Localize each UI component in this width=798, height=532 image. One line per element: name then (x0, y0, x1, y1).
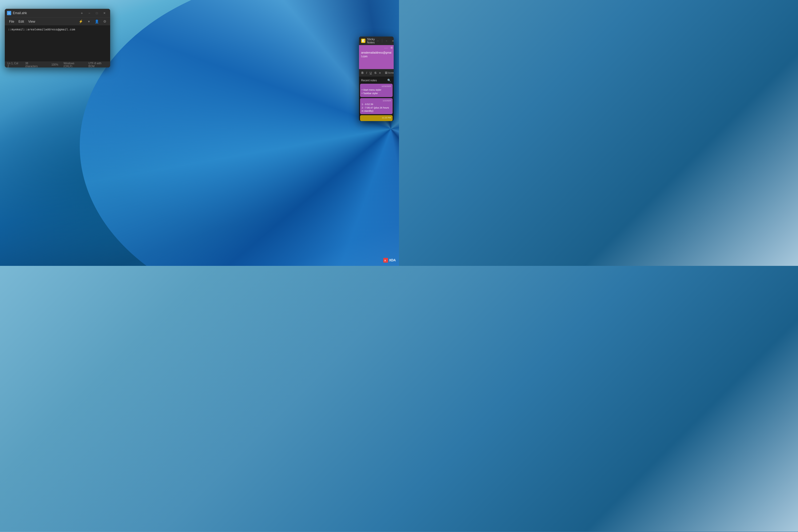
notepad-run-icon[interactable]: ⚡ (78, 18, 84, 25)
xda-svg: X (384, 259, 387, 262)
notepad-app-icon (7, 11, 11, 15)
notepad-view-menu[interactable]: View (26, 19, 37, 24)
notepad-edit-menu[interactable]: Edit (16, 19, 26, 24)
sticky-notes-app-icon (361, 39, 365, 43)
note-options-button[interactable]: ··· (384, 46, 388, 50)
notepad-cursor-position: Ln 1, Col 2 (7, 62, 20, 68)
svg-text:X: X (384, 259, 386, 262)
notepad-menubar: File Edit View ⚡ ▾ 👤 ⚙ (5, 17, 110, 25)
notepad-add-tab[interactable]: + (79, 11, 84, 16)
sticky-minimize-button[interactable]: − (383, 38, 390, 44)
note-date-2: 1/2/2025 (362, 99, 391, 102)
notepad-minimize-button[interactable]: − (86, 10, 93, 17)
recent-notes-label: Recent notes (361, 79, 387, 82)
notepad-title: Email.ahk (13, 11, 77, 15)
sticky-titlebar: Sticky Notes ··· − ✕ (359, 37, 394, 45)
notepad-maximize-button[interactable]: □ (93, 10, 100, 17)
sticky-options-button[interactable]: ··· (375, 38, 381, 44)
xda-logo: X XDA (383, 258, 396, 263)
sticky-close-button[interactable]: ✕ (390, 38, 394, 44)
note-content-2: 1 - 9:52:392 - 7:05:47 (plus 26 hours in… (362, 103, 391, 113)
sticky-notes-window: Sticky Notes ··· − ✕ ··· ⊞ arealemailadd… (359, 37, 394, 121)
notepad-dropdown-icon[interactable]: ▾ (86, 18, 92, 25)
notes-list: 1/23/2025 • Start menu styler• Taskbar s… (359, 84, 394, 121)
notepad-text-content: ::myemail::arealemailaddress@gmail.com (8, 27, 107, 32)
notepad-settings-icon[interactable]: ⚙ (102, 18, 108, 25)
notepad-window-controls: − □ ✕ (86, 10, 108, 17)
search-icon[interactable]: 🔍 (387, 78, 392, 83)
format-bold-button[interactable]: B (361, 71, 364, 75)
notepad-user-icon[interactable]: 👤 (94, 18, 100, 25)
note-date-1: 1/23/2025 (362, 85, 391, 88)
format-bullet-button[interactable]: ≡ (378, 71, 381, 75)
notepad-encoding: UTF-8 with BOM (88, 62, 108, 68)
note-time-3: 11:22 PM (362, 116, 391, 119)
notepad-character-count: 38 characters (25, 62, 40, 68)
notepad-statusbar: Ln 1, Col 2 38 characters 100% Windows (… (5, 62, 110, 68)
notepad-toolbar-right: ⚡ ▾ 👤 ⚙ (78, 18, 108, 25)
recent-notes-header: Recent notes 🔍 (359, 77, 394, 84)
notepad-close-button[interactable]: ✕ (100, 10, 108, 17)
screenshot-label: Screenshot (388, 72, 394, 74)
format-underline-button[interactable]: U (369, 71, 373, 75)
note-card-1[interactable]: 1/23/2025 • Start menu styler• Taskbar s… (360, 84, 393, 97)
notepad-file-menu[interactable]: File (7, 19, 16, 24)
xda-icon: X (383, 258, 388, 263)
notepad-window: Email.ahk + − □ ✕ File Edit View ⚡ ▾ 👤 ⚙… (5, 9, 110, 68)
notepad-zoom-level: 100% (52, 63, 58, 66)
notepad-content-area[interactable]: ::myemail::arealemailaddress@gmail.com (5, 25, 110, 62)
note-content-1: • Start menu styler• Taskbar styler (362, 88, 391, 95)
screenshot-button[interactable]: 🖼 Screenshot (384, 71, 394, 75)
screenshot-icon: 🖼 (385, 72, 387, 74)
note-card-3[interactable]: 11:22 PM (360, 115, 393, 121)
sticky-window-controls: ··· − ✕ (375, 38, 394, 44)
note-expand-button[interactable]: ⊞ (391, 46, 393, 49)
format-italic-button[interactable]: I (365, 71, 368, 75)
recent-notes-section: Recent notes 🔍 1/23/2025 • Start menu st… (359, 77, 394, 121)
notepad-line-ending: Windows (CRLF) (63, 62, 83, 68)
sticky-notes-title: Sticky Notes (367, 38, 375, 44)
note-format-toolbar: B I U S ≡ 🖼 Screenshot ✓ (359, 69, 394, 77)
format-strikethrough-button[interactable]: S (374, 71, 377, 75)
notepad-titlebar: Email.ahk + − □ ✕ (5, 9, 110, 17)
note-content: arealemailaddress@gmail.com (361, 51, 392, 58)
note-card-2[interactable]: 1/2/2025 1 - 9:52:392 - 7:05:47 (plus 26… (360, 98, 393, 114)
sticky-active-note[interactable]: ··· ⊞ arealemailaddress@gmail.com (359, 45, 394, 69)
xda-text: XDA (389, 259, 396, 262)
